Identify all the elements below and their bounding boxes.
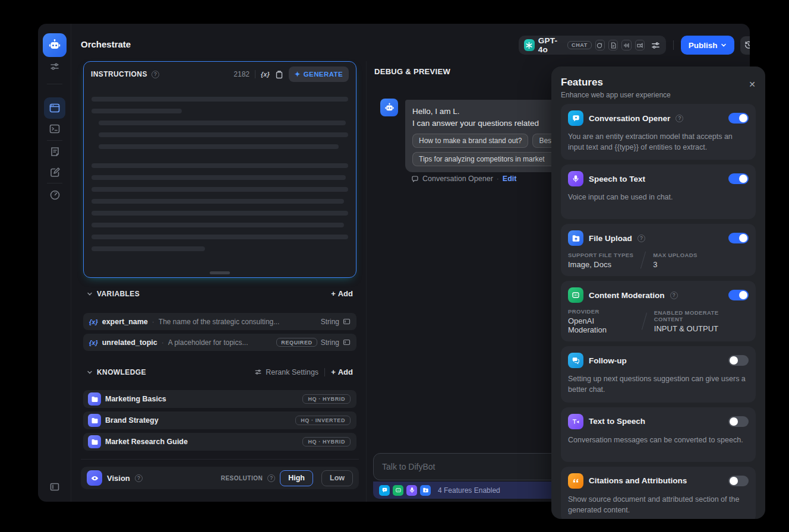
- variables-header: VARIABLES + Add: [83, 289, 356, 298]
- model-selector[interactable]: GPT-4o CHAT: [519, 36, 666, 55]
- sidebar-item-monitoring[interactable]: [48, 188, 62, 202]
- knowledge-row[interactable]: Brand Strategy HQ · INVERTED: [83, 411, 356, 429]
- file-upload-toggle[interactable]: [728, 233, 749, 243]
- char-count: 2182: [233, 70, 250, 78]
- vision-eye-icon: [87, 470, 102, 486]
- rerank-settings-button[interactable]: Rerank Settings: [254, 368, 318, 376]
- sliders-icon: [254, 368, 262, 376]
- section-divider: [81, 459, 359, 460]
- model-settings-icon[interactable]: [651, 40, 661, 50]
- collapse-sidebar-icon[interactable]: [48, 480, 62, 494]
- meta-divider: [640, 252, 646, 269]
- variable-row[interactable]: {x} unrelated_topic · A placeholder for …: [83, 334, 356, 351]
- generate-button[interactable]: ✦ GENERATE: [289, 66, 349, 82]
- input-field-icon: [343, 318, 351, 325]
- sidebar-item-orchestrate[interactable]: [44, 97, 65, 119]
- help-icon: ?: [152, 71, 159, 78]
- variable-row[interactable]: {x} expert_name · The name of the strate…: [83, 313, 356, 330]
- plus-icon: +: [331, 289, 336, 298]
- suggested-question-chip[interactable]: How to make a brand stand out?: [412, 134, 528, 148]
- publish-button[interactable]: Publish: [681, 36, 734, 55]
- sidebar-divider: [47, 140, 62, 141]
- content-moderation-icon: [393, 485, 403, 496]
- logs-icon: [49, 146, 61, 157]
- audio-capability-icon: [621, 40, 631, 50]
- feature-card-text-to-speech: Text to Speech Conversation messages can…: [561, 407, 756, 462]
- version-history-button[interactable]: [740, 36, 750, 55]
- edit-opener-link[interactable]: Edit: [503, 175, 517, 183]
- insert-variable-button[interactable]: {x}: [261, 71, 270, 78]
- file-upload-icon: [420, 485, 431, 496]
- knowledge-row[interactable]: Market Research Guide HQ · HYBRID: [83, 433, 356, 451]
- resolution-low-button[interactable]: Low: [321, 470, 353, 486]
- config-sliders-icon[interactable]: [48, 59, 62, 74]
- debug-preview-title: DEBUG & PREVIEW: [374, 67, 450, 76]
- content-moderation-toggle[interactable]: [728, 290, 749, 300]
- chevron-down-icon[interactable]: [87, 291, 93, 297]
- instructions-panel[interactable]: INSTRUCTIONS ? 2182 {x} ✦ GENERATE: [83, 61, 356, 278]
- help-icon: ?: [135, 474, 143, 482]
- plus-icon: +: [331, 368, 336, 376]
- speech-to-text-icon: [406, 485, 417, 496]
- app-logo[interactable]: [43, 33, 67, 57]
- features-panel: Features Enhance web app user experience…: [551, 66, 765, 519]
- app-preview-icon: [49, 102, 61, 114]
- follow-up-icon: [568, 353, 583, 368]
- chevron-down-icon: [721, 42, 727, 48]
- variable-icon: {x}: [89, 339, 98, 346]
- feature-card-content-moderation: Content Moderation ? PROVIDER OpenAI Mod…: [561, 281, 756, 341]
- sidebar-divider: [47, 84, 62, 84]
- help-icon: ?: [637, 235, 645, 242]
- add-knowledge-button[interactable]: + Add: [331, 368, 353, 376]
- speech-to-text-toggle[interactable]: [728, 173, 749, 184]
- speech-to-text-icon: [568, 171, 583, 186]
- sidebar-item-annotations[interactable]: [48, 165, 62, 179]
- knowledge-folder-icon: [88, 414, 101, 427]
- topbar-controls: GPT-4o CHAT: [519, 36, 750, 55]
- help-icon: ?: [676, 115, 683, 122]
- citations-icon: [568, 473, 583, 489]
- screen: Orchestrate GPT-4o CHAT: [0, 0, 789, 532]
- vision-capability-icon: [595, 40, 605, 50]
- bot-avatar: [380, 99, 398, 116]
- required-badge: REQUIRED: [276, 338, 317, 347]
- content-moderation-icon: [568, 287, 583, 303]
- model-mode-badge: CHAT: [567, 41, 592, 49]
- chevron-down-icon[interactable]: [87, 369, 93, 375]
- conversation-opener-icon: [379, 485, 390, 496]
- features-subtitle: Enhance web app user experience: [561, 91, 756, 99]
- sidebar-divider: [47, 183, 62, 183]
- follow-up-toggle[interactable]: [728, 355, 749, 366]
- knowledge-folder-icon: [88, 435, 101, 448]
- feature-card-speech-to-text: Speech to Text Voice input can be used i…: [561, 164, 756, 219]
- knowledge-row[interactable]: Marketing Basics HQ · HYBRID: [83, 390, 356, 408]
- robot-icon: [384, 102, 395, 113]
- citations-toggle[interactable]: [728, 476, 749, 486]
- copy-icon[interactable]: [275, 70, 283, 79]
- edit-square-icon: [49, 167, 61, 178]
- variable-icon: {x}: [89, 318, 98, 325]
- resize-handle[interactable]: [210, 271, 230, 274]
- sidebar-item-logs[interactable]: [48, 144, 62, 159]
- model-name: GPT-4o: [538, 36, 564, 54]
- close-icon[interactable]: ✕: [749, 80, 756, 89]
- instructions-title: INSTRUCTIONS: [91, 70, 147, 78]
- text-to-speech-toggle[interactable]: [728, 416, 749, 427]
- sidebar-item-api[interactable]: [48, 122, 62, 136]
- instructions-skeleton-text: [91, 97, 348, 258]
- voice-capability-icon: [635, 40, 645, 50]
- feature-card-citations: Citations and Attributions Show source d…: [561, 467, 756, 520]
- retrieval-badge: HQ · INVERTED: [295, 416, 351, 425]
- add-variable-button[interactable]: + Add: [331, 289, 353, 298]
- file-upload-icon: [568, 230, 583, 246]
- resolution-high-button[interactable]: High: [280, 470, 313, 486]
- gauge-icon: [49, 189, 61, 201]
- conversation-opener-icon: [568, 110, 583, 126]
- conversation-opener-toggle[interactable]: [728, 113, 749, 124]
- sidebar: [38, 24, 71, 502]
- feature-card-follow-up: Follow-up Setting up next questions sugg…: [561, 346, 756, 402]
- openai-logo-icon: [524, 39, 535, 51]
- input-field-icon: [343, 338, 351, 346]
- chat-bubble-icon: [411, 175, 419, 183]
- feature-card-file-upload: File Upload ? SUPPORT FILE TYPES Image, …: [561, 224, 756, 276]
